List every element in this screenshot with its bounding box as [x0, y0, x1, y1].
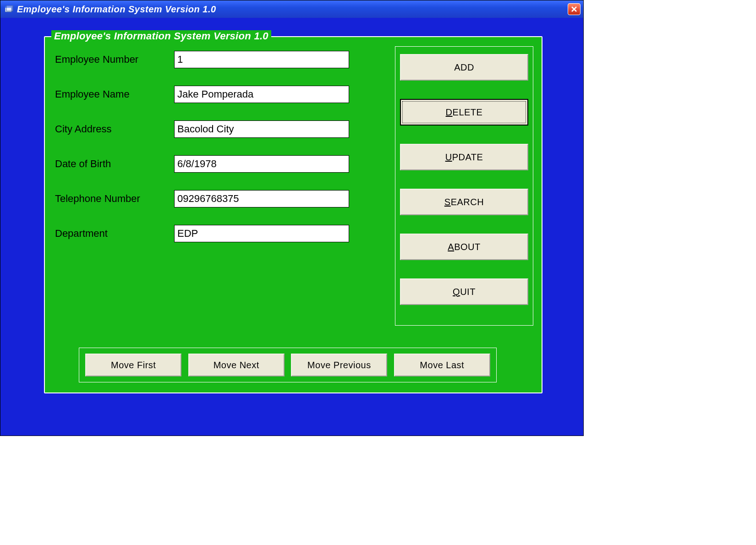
- label-employee-number: Employee Number: [55, 54, 174, 65]
- delete-hotkey: D: [446, 107, 453, 117]
- add-button-label: ADD: [454, 62, 474, 73]
- quit-hotkey: Q: [453, 287, 460, 297]
- quit-button[interactable]: QUIT: [400, 278, 528, 305]
- svg-rect-2: [6, 5, 13, 11]
- close-button[interactable]: [568, 3, 581, 15]
- search-rest: EARCH: [451, 197, 484, 207]
- titlebar: Employee's Information System Version 1.…: [0, 0, 583, 18]
- titlebar-left: Employee's Information System Version 1.…: [5, 4, 216, 15]
- label-telephone-number: Telephone Number: [55, 193, 174, 205]
- navigation-panel: Move First Move Next Move Previous Move …: [79, 348, 497, 382]
- input-department[interactable]: [174, 225, 349, 242]
- update-rest: PDATE: [452, 152, 483, 162]
- row-employee-name: Employee Name: [55, 86, 357, 103]
- input-city-address[interactable]: [174, 120, 349, 138]
- add-button[interactable]: ADD: [400, 54, 528, 81]
- delete-rest: ELETE: [453, 107, 483, 117]
- app-window: Employee's Information System Version 1.…: [0, 0, 584, 436]
- form-area: Employee Number Employee Name City Addre…: [55, 51, 357, 260]
- client-area: Employee's Information System Version 1.…: [0, 18, 583, 436]
- search-hotkey: S: [444, 197, 451, 207]
- label-date-of-birth: Date of Birth: [55, 158, 174, 170]
- quit-rest: UIT: [460, 287, 476, 297]
- label-department: Department: [55, 228, 174, 240]
- window-title: Employee's Information System Version 1.…: [17, 4, 216, 15]
- search-button[interactable]: SEARCH: [400, 189, 528, 215]
- groupbox-legend: Employee's Information System Version 1.…: [51, 30, 271, 42]
- update-button[interactable]: UPDATE: [400, 144, 528, 170]
- input-date-of-birth[interactable]: [174, 155, 349, 173]
- row-city-address: City Address: [55, 120, 357, 138]
- about-hotkey: A: [448, 242, 454, 252]
- close-icon: [571, 6, 577, 12]
- input-employee-number[interactable]: [174, 51, 349, 68]
- row-telephone-number: Telephone Number: [55, 190, 357, 207]
- move-next-button[interactable]: Move Next: [188, 354, 285, 376]
- input-telephone-number[interactable]: [174, 190, 349, 207]
- move-first-button[interactable]: Move First: [85, 354, 181, 376]
- update-hotkey: U: [445, 152, 452, 162]
- row-date-of-birth: Date of Birth: [55, 155, 357, 173]
- move-last-button[interactable]: Move Last: [394, 354, 490, 376]
- move-previous-button[interactable]: Move Previous: [291, 354, 387, 376]
- label-city-address: City Address: [55, 123, 174, 135]
- main-groupbox: Employee's Information System Version 1.…: [44, 36, 542, 393]
- about-button[interactable]: ABOUT: [400, 234, 528, 260]
- action-panel: ADD DELETE UPDATE SEARCH ABOUT QUIT: [395, 46, 533, 326]
- about-rest: BOUT: [454, 242, 481, 252]
- input-employee-name[interactable]: [174, 86, 349, 103]
- row-employee-number: Employee Number: [55, 51, 357, 68]
- row-department: Department: [55, 225, 357, 242]
- label-employee-name: Employee Name: [55, 88, 174, 100]
- delete-button[interactable]: DELETE: [400, 99, 528, 125]
- app-icon: [5, 5, 13, 13]
